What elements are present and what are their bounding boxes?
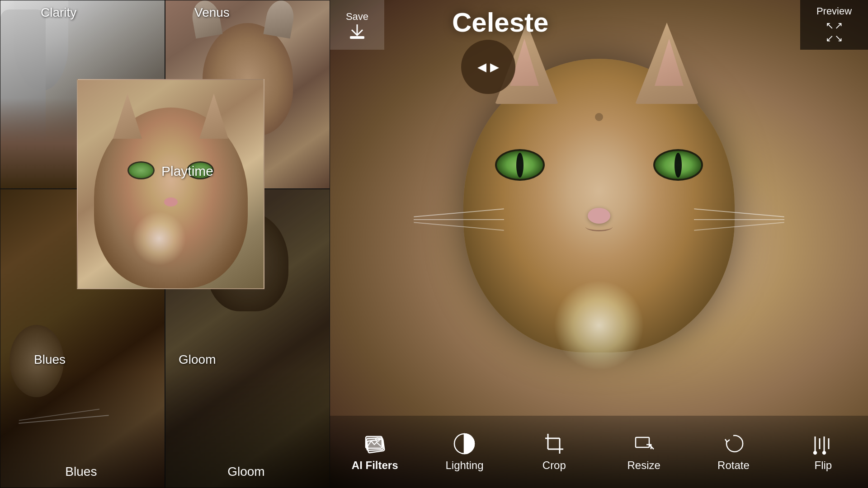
tool-crop[interactable]: Crop — [509, 427, 599, 476]
rotate-icon — [722, 432, 745, 455]
expand-tl-icon: ↖ — [826, 20, 834, 32]
filter-blues-label: Blues — [34, 352, 66, 367]
tool-resize-label: Resize — [627, 459, 660, 472]
tool-rotate[interactable]: Rotate — [689, 427, 778, 476]
filter-playtime-label: Playtime — [161, 164, 213, 179]
expand-br-icon: ↘ — [835, 33, 843, 44]
filter-panel: Playtime Clarity Venus Blues Gloom Blues… — [0, 0, 330, 488]
tool-ai-filters[interactable]: AI Filters — [330, 427, 420, 476]
save-label: Save — [346, 11, 368, 23]
next-arrow[interactable]: ▶ — [490, 60, 499, 74]
save-icon — [348, 23, 366, 41]
tool-crop-label: Crop — [542, 459, 566, 472]
main-image-panel — [330, 0, 868, 488]
expand-bl-icon: ↙ — [826, 33, 834, 44]
expand-tr-icon: ↗ — [835, 20, 843, 32]
resize-icon — [632, 432, 656, 455]
filter-clarity-label: Clarity — [41, 5, 76, 20]
prev-arrow[interactable]: ◀ — [477, 60, 486, 74]
svg-point-18 — [823, 451, 826, 454]
filter-playtime-selected[interactable]: Playtime — [77, 79, 264, 289]
save-button[interactable]: Save — [330, 0, 384, 50]
svg-rect-1 — [350, 36, 364, 39]
tool-ai-filters-label: AI Filters — [352, 459, 398, 472]
nav-arrows-container[interactable]: ◀ ▶ — [461, 40, 515, 94]
bottom-toolbar: AI Filters Lighting Crop — [330, 416, 868, 488]
crop-icon — [542, 432, 566, 455]
tool-rotate-label: Rotate — [717, 459, 750, 472]
preview-label: Preview — [816, 5, 852, 17]
filter-gloom-label: Gloom — [179, 352, 216, 367]
tool-lighting[interactable]: Lighting — [420, 427, 509, 476]
blues-label-bottom: Blues — [65, 465, 97, 479]
filter-venus-label: Venus — [194, 5, 230, 20]
svg-rect-4 — [366, 436, 382, 448]
ai-filters-icon — [363, 432, 387, 455]
flip-icon — [811, 432, 835, 455]
tool-flip[interactable]: Flip — [778, 427, 868, 476]
tool-resize[interactable]: Resize — [599, 427, 689, 476]
gloom-label-bottom: Gloom — [227, 465, 264, 479]
preview-button[interactable]: Preview ↖ ↗ ↙ ↘ — [800, 0, 868, 50]
tool-lighting-label: Lighting — [445, 459, 483, 472]
current-filter-name: Celeste — [452, 7, 548, 38]
tool-flip-label: Flip — [814, 459, 832, 472]
lighting-icon — [453, 432, 476, 455]
svg-point-17 — [814, 451, 816, 454]
svg-rect-11 — [636, 437, 649, 447]
